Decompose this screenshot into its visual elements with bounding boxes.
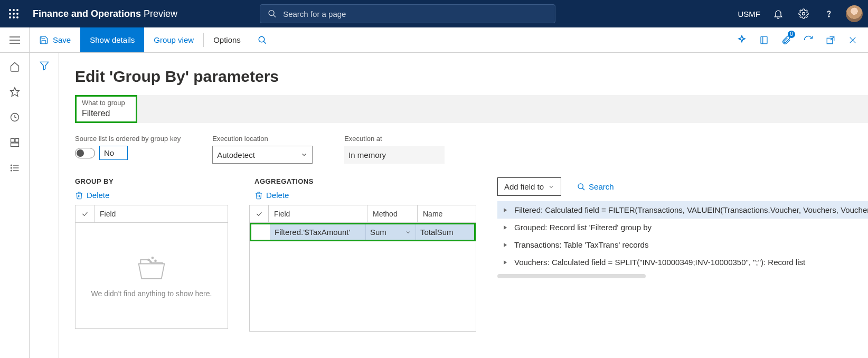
- tree-node-label: Vouchers: Calculated field = SPLIT("INV-…: [514, 258, 805, 267]
- svg-rect-18: [761, 36, 767, 44]
- group-by-heading: GROUP BY: [75, 177, 228, 185]
- aggregations-row-name[interactable]: TotalSum: [416, 224, 474, 240]
- tab-show-details[interactable]: Show details: [80, 27, 144, 52]
- filter-pane-toggle-column: [30, 53, 59, 358]
- aggregations-row[interactable]: Filtered.'$TaxAmount' Sum TotalSum: [250, 223, 476, 241]
- bell-icon: [773, 8, 784, 19]
- trash-icon: [75, 191, 83, 200]
- company-label[interactable]: USMF: [738, 10, 761, 18]
- svg-point-37: [152, 257, 153, 259]
- trash-icon: [254, 191, 263, 200]
- svg-marker-35: [40, 62, 48, 70]
- ordered-by-group-key-field: Source list is ordered by group key No: [75, 135, 181, 164]
- aggregations-select-all[interactable]: [250, 205, 269, 222]
- svg-point-6: [9, 16, 11, 18]
- tab-options[interactable]: Options: [204, 27, 250, 52]
- gear-icon: [798, 8, 809, 19]
- tree-node-grouped[interactable]: Grouped: Record list 'Filtered' group by: [497, 219, 868, 236]
- svg-point-3: [9, 13, 11, 15]
- svg-point-5: [16, 13, 18, 15]
- clock-icon: [10, 112, 20, 123]
- global-search-input[interactable]: [282, 9, 548, 19]
- search-icon: [268, 9, 277, 18]
- tree-node-transactions[interactable]: Transactions: Table 'TaxTrans' records: [497, 236, 868, 253]
- svg-point-16: [259, 36, 265, 42]
- group-by-field-header[interactable]: Field: [95, 205, 228, 222]
- svg-point-40: [578, 184, 583, 189]
- aggregations-field-header[interactable]: Field: [269, 205, 367, 222]
- filter-icon: [39, 60, 50, 71]
- svg-rect-28: [11, 143, 18, 147]
- aggregations-name-header[interactable]: Name: [418, 205, 476, 222]
- workspaces-button[interactable]: [8, 136, 21, 149]
- svg-point-12: [828, 16, 829, 17]
- check-icon: [81, 210, 89, 218]
- tree-node-filtered[interactable]: Filtered: Calculated field = FILTER(Tran…: [497, 201, 868, 219]
- ordered-toggle[interactable]: [75, 148, 95, 158]
- aggregations-method-header[interactable]: Method: [367, 205, 418, 222]
- tree-search-button[interactable]: Search: [577, 182, 614, 191]
- attachments-button[interactable]: 0: [776, 27, 796, 53]
- aggregations-row-method[interactable]: Sum: [366, 224, 416, 240]
- svg-marker-44: [504, 243, 507, 247]
- help-button[interactable]: [817, 0, 841, 27]
- group-by-delete-button[interactable]: Delete: [75, 191, 109, 200]
- svg-rect-27: [15, 139, 18, 143]
- execution-location-select[interactable]: Autodetect: [212, 146, 313, 164]
- svg-marker-42: [504, 208, 507, 212]
- office-icon: [759, 35, 769, 45]
- group-by-grid: Field We didn't find anything to show he…: [75, 205, 228, 329]
- app-launcher-button[interactable]: [5, 5, 22, 22]
- refresh-button[interactable]: [798, 27, 818, 53]
- execution-at-value: In memory: [344, 146, 445, 164]
- close-button[interactable]: [843, 27, 863, 53]
- check-icon: [256, 210, 263, 218]
- user-avatar[interactable]: [846, 5, 863, 22]
- copilot-button[interactable]: [732, 27, 752, 53]
- notifications-button[interactable]: [767, 0, 790, 27]
- action-search-button[interactable]: [250, 27, 275, 52]
- horizontal-scrollbar[interactable]: [497, 274, 646, 278]
- chevron-down-icon: [548, 184, 554, 190]
- what-to-group-field[interactable]: What to group Filtered: [75, 95, 137, 123]
- svg-point-0: [9, 9, 11, 11]
- popout-button[interactable]: [820, 27, 841, 53]
- search-icon: [577, 183, 586, 191]
- group-by-section: GROUP BY Delete Field: [75, 177, 228, 332]
- attachments-count: 0: [788, 31, 795, 38]
- home-button[interactable]: [8, 60, 21, 73]
- aggregations-row-field[interactable]: Filtered.'$TaxAmount': [270, 224, 366, 240]
- settings-button[interactable]: [792, 0, 815, 27]
- group-by-select-all[interactable]: [76, 205, 95, 222]
- home-icon: [10, 61, 20, 72]
- data-source-section: Add field to Search Filtered: Calculated…: [497, 177, 868, 332]
- refresh-icon: [803, 35, 814, 45]
- add-field-to-button[interactable]: Add field to: [497, 177, 561, 196]
- tree-node-label: Filtered: Calculated field = FILTER(Tran…: [514, 205, 868, 214]
- svg-point-4: [13, 13, 15, 15]
- chevron-down-icon: [405, 229, 411, 235]
- aggregations-row-select[interactable]: [251, 224, 270, 240]
- svg-line-17: [263, 41, 266, 44]
- svg-point-36: [148, 259, 149, 261]
- svg-rect-26: [11, 139, 14, 143]
- aggregations-delete-button[interactable]: Delete: [254, 191, 289, 200]
- tree-node-vouchers[interactable]: Vouchers: Calculated field = SPLIT("INV-…: [497, 253, 868, 271]
- office-button[interactable]: [754, 27, 774, 53]
- svg-point-9: [269, 11, 274, 16]
- tab-group-view[interactable]: Group view: [144, 27, 203, 52]
- svg-point-34: [11, 170, 12, 171]
- search-icon: [258, 35, 267, 45]
- global-search[interactable]: [260, 4, 555, 23]
- nav-toggle-button[interactable]: [0, 27, 30, 52]
- modules-button[interactable]: [8, 162, 21, 174]
- filter-pane-toggle[interactable]: [39, 60, 50, 358]
- waffle-icon: [9, 9, 18, 18]
- list-icon: [10, 163, 20, 173]
- recent-button[interactable]: [8, 111, 21, 124]
- svg-point-7: [13, 16, 15, 18]
- save-button[interactable]: Save: [30, 27, 80, 52]
- ordered-value[interactable]: No: [99, 146, 128, 160]
- favorites-button[interactable]: [8, 86, 21, 98]
- svg-marker-24: [10, 88, 19, 97]
